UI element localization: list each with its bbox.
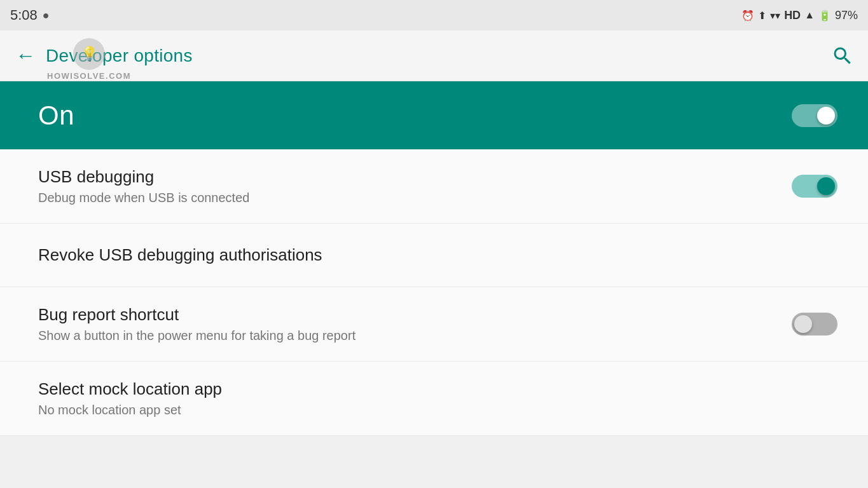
mock-location-content: Select mock location app No mock locatio…: [38, 379, 837, 417]
developer-options-banner: On: [0, 81, 868, 149]
revoke-usb-item[interactable]: Revoke USB debugging authorisations: [0, 224, 868, 287]
hd-label: HD: [784, 9, 801, 22]
pocket-casts-icon: ●: [43, 9, 50, 22]
developer-options-status: On: [38, 100, 74, 131]
bug-report-toggle[interactable]: [792, 313, 837, 336]
signal-icon: ▲: [804, 10, 815, 21]
status-right: ⏰ ⬆ ▾▾ HD ▲ 🔋 97%: [741, 9, 858, 22]
back-arrow-icon: ←: [15, 44, 36, 67]
search-icon: [831, 44, 854, 67]
usb-debugging-toggle[interactable]: [792, 175, 837, 198]
bug-report-content: Bug report shortcut Show a button in the…: [38, 305, 792, 343]
page-title: Developer options: [46, 46, 193, 66]
usb-debugging-subtitle: Debug mode when USB is connected: [38, 191, 792, 205]
status-left: 5:08 ●: [10, 7, 50, 24]
toggle-thumb: [817, 107, 835, 125]
status-bar: 5:08 ● ⏰ ⬆ ▾▾ HD ▲ 🔋 97%: [0, 0, 868, 30]
toggle-thumb: [817, 177, 835, 195]
battery-percentage: 97%: [835, 9, 858, 22]
bug-report-subtitle: Show a button in the power menu for taki…: [38, 329, 792, 343]
bug-report-title: Bug report shortcut: [38, 305, 792, 325]
arrow-icon: ⬆: [758, 10, 766, 22]
developer-options-toggle[interactable]: [792, 104, 837, 127]
revoke-usb-content: Revoke USB debugging authorisations: [38, 245, 837, 265]
revoke-usb-title: Revoke USB debugging authorisations: [38, 245, 837, 265]
usb-debugging-content: USB debugging Debug mode when USB is con…: [38, 167, 792, 205]
usb-debugging-title: USB debugging: [38, 167, 792, 187]
back-button[interactable]: ←: [10, 41, 41, 71]
toggle-thumb: [794, 315, 812, 333]
app-bar: ← Developer options: [0, 30, 868, 81]
alarm-icon: ⏰: [741, 10, 754, 22]
bug-report-item[interactable]: Bug report shortcut Show a button in the…: [0, 287, 868, 362]
mock-location-subtitle: No mock location app set: [38, 403, 837, 417]
mock-location-title: Select mock location app: [38, 379, 837, 399]
battery-icon: 🔋: [818, 10, 831, 22]
search-button[interactable]: [827, 41, 858, 71]
status-time: 5:08: [10, 7, 38, 24]
usb-debugging-item[interactable]: USB debugging Debug mode when USB is con…: [0, 149, 868, 224]
settings-list: USB debugging Debug mode when USB is con…: [0, 149, 868, 436]
wifi-icon: ▾▾: [770, 10, 780, 22]
app-bar-left: ← Developer options: [10, 41, 193, 71]
mock-location-item[interactable]: Select mock location app No mock locatio…: [0, 362, 868, 436]
